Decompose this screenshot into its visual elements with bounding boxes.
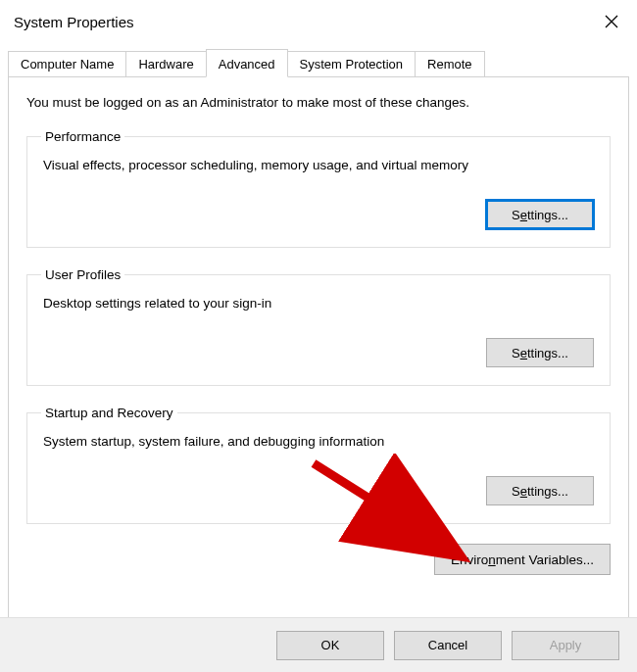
admin-warning-text: You must be logged on as an Administrato…	[26, 95, 611, 110]
user-profiles-legend: User Profiles	[41, 267, 124, 282]
tab-system-protection[interactable]: System Protection	[287, 51, 416, 76]
startup-recovery-desc: System startup, system failure, and debu…	[43, 434, 594, 449]
apply-button[interactable]: Apply	[512, 631, 619, 660]
tab-computer-name[interactable]: Computer Name	[8, 51, 126, 76]
close-icon	[605, 15, 618, 28]
close-button[interactable]	[600, 10, 623, 33]
startup-recovery-settings-button[interactable]: Settings...	[486, 476, 594, 505]
ok-button[interactable]: OK	[276, 631, 384, 660]
tab-remote[interactable]: Remote	[415, 51, 485, 76]
user-profiles-desc: Desktop settings related to your sign-in	[43, 296, 594, 311]
performance-settings-button[interactable]: Settings...	[486, 200, 594, 229]
startup-recovery-group: Startup and Recovery System startup, sys…	[26, 406, 611, 524]
tab-hardware[interactable]: Hardware	[125, 51, 206, 76]
titlebar: System Properties	[0, 0, 637, 41]
environment-variables-button[interactable]: Environment Variables...	[434, 544, 611, 575]
performance-desc: Visual effects, processor scheduling, me…	[43, 158, 594, 172]
window-title: System Properties	[14, 14, 134, 30]
tab-row: Computer Name Hardware Advanced System P…	[8, 49, 629, 76]
cancel-button[interactable]: Cancel	[394, 631, 502, 660]
performance-legend: Performance	[41, 129, 124, 144]
tab-area: Computer Name Hardware Advanced System P…	[0, 49, 637, 619]
system-properties-window: System Properties Computer Name Hardware…	[0, 0, 637, 672]
advanced-panel: You must be logged on as an Administrato…	[8, 76, 629, 619]
dialog-button-bar: OK Cancel Apply	[0, 617, 637, 672]
startup-recovery-legend: Startup and Recovery	[41, 406, 177, 420]
user-profiles-settings-button[interactable]: Settings...	[486, 338, 594, 367]
user-profiles-group: User Profiles Desktop settings related t…	[26, 267, 611, 386]
performance-group: Performance Visual effects, processor sc…	[26, 129, 611, 248]
tab-advanced[interactable]: Advanced	[206, 49, 288, 77]
